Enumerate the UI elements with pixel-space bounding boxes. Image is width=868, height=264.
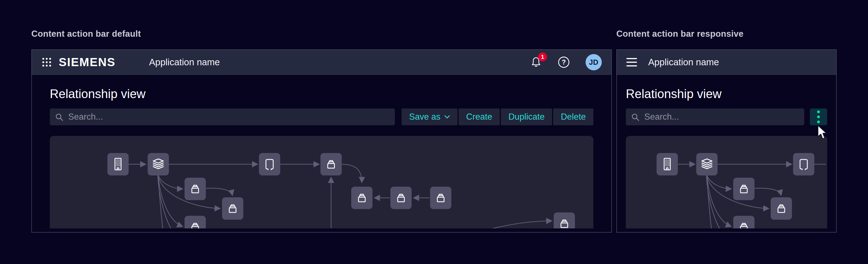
notification-badge: 1	[538, 52, 547, 61]
app-frame-responsive: Application name Relationship view	[616, 49, 837, 233]
content-action-bar: Save as Create Duplicate Delete	[50, 108, 593, 125]
diagram-node-box[interactable]	[351, 187, 372, 209]
chevron-down-icon	[444, 115, 450, 119]
diagram-node-box[interactable]	[320, 153, 342, 176]
relationship-diagram	[626, 136, 827, 229]
app-frame-default: SIEMENS Application name 1 ? JD	[31, 49, 612, 233]
svg-text:?: ?	[562, 58, 566, 66]
search-input[interactable]	[50, 108, 395, 125]
delete-button[interactable]: Delete	[553, 108, 593, 125]
app-launcher-grid-icon	[41, 57, 52, 68]
create-button[interactable]: Create	[459, 108, 500, 125]
avatar[interactable]: JD	[586, 54, 602, 70]
section-title: Content action bar default	[31, 29, 612, 39]
page-title: Relationship view	[50, 87, 593, 101]
panel-content-action-bar-default: Content action bar default SIEMENS Appli…	[31, 29, 612, 233]
diagram-node-box[interactable]	[554, 212, 575, 229]
diagram-node-box[interactable]	[733, 178, 754, 200]
diagram-node-box[interactable]	[185, 216, 206, 229]
diagram-node-box[interactable]	[391, 187, 412, 209]
diagram-node-stack[interactable]	[148, 153, 169, 176]
action-buttons: Save as Create Duplicate Delete	[402, 108, 593, 125]
page-title: Relationship view	[626, 87, 827, 101]
diagram-node-container[interactable]	[793, 153, 814, 176]
app-launcher-button[interactable]	[41, 57, 52, 68]
application-name: Application name	[648, 57, 719, 68]
save-as-button[interactable]: Save as	[402, 108, 458, 125]
content-area: Relationship view Save as	[32, 87, 611, 229]
application-name: Application name	[149, 57, 220, 68]
help-icon: ?	[558, 56, 570, 69]
app-header: Application name	[617, 50, 836, 75]
diagram-node-container[interactable]	[259, 153, 280, 176]
siemens-logo: SIEMENS	[59, 55, 116, 69]
diagram-node-building[interactable]	[657, 153, 678, 176]
content-action-bar	[626, 108, 827, 125]
overflow-menu-button[interactable]	[810, 108, 827, 125]
relationship-diagram	[50, 136, 593, 229]
diagram-node-stack[interactable]	[696, 153, 718, 176]
search-field	[50, 108, 395, 125]
search-icon	[55, 113, 63, 121]
diagram-node-box[interactable]	[733, 216, 754, 229]
diagram-node-box[interactable]	[430, 187, 451, 209]
help-button[interactable]: ?	[558, 56, 570, 69]
hamburger-menu-button[interactable]	[626, 58, 637, 67]
diagram-node-box[interactable]	[771, 197, 792, 220]
duplicate-button[interactable]: Duplicate	[501, 108, 552, 125]
diagram-node-box[interactable]	[185, 178, 206, 200]
diagram-node-building[interactable]	[107, 153, 129, 176]
header-actions: 1 ? JD	[530, 54, 602, 70]
content-area: Relationship view	[617, 87, 836, 229]
search-field	[626, 108, 804, 125]
notifications-button[interactable]: 1	[530, 56, 542, 69]
section-title: Content action bar responsive	[616, 29, 837, 39]
app-header: SIEMENS Application name 1 ? JD	[32, 50, 611, 75]
diagram-node-box[interactable]	[222, 197, 243, 220]
panel-content-action-bar-responsive: Content action bar responsive Applicatio…	[616, 29, 837, 233]
search-icon	[631, 113, 639, 121]
hamburger-menu-icon	[626, 58, 637, 59]
search-input[interactable]	[626, 108, 804, 125]
kebab-menu-icon	[817, 110, 820, 113]
canvas: { "colors": { "page_bg": "#060420", "car…	[0, 0, 868, 264]
